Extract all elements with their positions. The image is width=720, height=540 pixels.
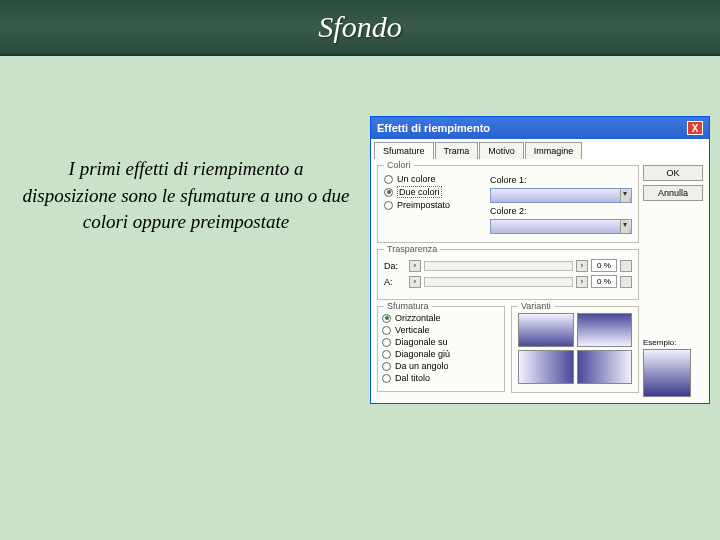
transparency-group-label: Trasparenza <box>384 244 440 254</box>
slide-description: I primi effetti di riempimento a disposi… <box>0 116 370 404</box>
color2-label: Colore 2: <box>490 206 534 216</box>
shading-group-label: Sfumatura <box>384 301 432 311</box>
tab-picture[interactable]: Immagine <box>525 142 583 159</box>
tab-texture[interactable]: Trama <box>435 142 479 159</box>
dialog-titlebar[interactable]: Effetti di riempimento X <box>371 117 709 139</box>
radio-two-colors[interactable]: Due colori <box>384 186 484 198</box>
slide-header: Sfondo <box>0 0 720 56</box>
fill-effects-dialog: Effetti di riempimento X Sfumature Trama… <box>370 116 710 404</box>
slide-content: I primi effetti di riempimento a disposi… <box>0 56 720 404</box>
sample-label: Esempio: <box>643 338 703 347</box>
color1-dropdown[interactable] <box>490 188 632 203</box>
from-spinner[interactable] <box>620 260 632 272</box>
radio-vertical[interactable]: Verticale <box>382 325 500 335</box>
dialog-title: Effetti di riempimento <box>377 122 490 134</box>
to-slider[interactable] <box>424 277 573 287</box>
radio-horizontal[interactable]: Orizzontale <box>382 313 500 323</box>
tab-pattern[interactable]: Motivo <box>479 142 524 159</box>
variants-group-label: Varianti <box>518 301 554 311</box>
arrow-left-icon[interactable]: ‹ <box>409 276 421 288</box>
variants-group: Varianti <box>511 306 639 393</box>
tab-gradient[interactable]: Sfumature <box>374 142 434 159</box>
ok-button[interactable]: OK <box>643 165 703 181</box>
from-pct[interactable]: 0 % <box>591 259 617 272</box>
dialog-tabs: Sfumature Trama Motivo Immagine <box>371 139 709 159</box>
to-pct[interactable]: 0 % <box>591 275 617 288</box>
radio-diagup[interactable]: Diagonale su <box>382 337 500 347</box>
radio-one-color[interactable]: Un colore <box>384 174 484 184</box>
transparency-group: Trasparenza Da: ‹ › 0 % A: ‹ › 0 <box>377 249 639 300</box>
variant-1[interactable] <box>518 313 574 347</box>
colors-group-label: Colori <box>384 160 414 170</box>
from-slider[interactable] <box>424 261 573 271</box>
close-icon[interactable]: X <box>687 121 703 135</box>
sample-preview <box>643 349 691 397</box>
slide-title: Sfondo <box>318 10 401 44</box>
dialog-right: OK Annulla Esempio: <box>643 165 703 397</box>
to-spinner[interactable] <box>620 276 632 288</box>
arrow-left-icon[interactable]: ‹ <box>409 260 421 272</box>
colors-group: Colori Un colore Due colori Preimpostato… <box>377 165 639 243</box>
color2-dropdown[interactable] <box>490 219 632 234</box>
radio-preset[interactable]: Preimpostato <box>384 200 484 210</box>
dialog-body: Colori Un colore Due colori Preimpostato… <box>371 159 709 403</box>
to-label: A: <box>384 277 406 287</box>
color1-label: Colore 1: <box>490 175 534 185</box>
arrow-right-icon[interactable]: › <box>576 260 588 272</box>
radio-diagdown[interactable]: Diagonale giù <box>382 349 500 359</box>
arrow-right-icon[interactable]: › <box>576 276 588 288</box>
shading-group: Sfumatura Orizzontale Verticale Diagonal… <box>377 306 505 392</box>
cancel-button[interactable]: Annulla <box>643 185 703 201</box>
variant-3[interactable] <box>518 350 574 384</box>
from-label: Da: <box>384 261 406 271</box>
radio-corner[interactable]: Da un angolo <box>382 361 500 371</box>
radio-title[interactable]: Dal titolo <box>382 373 500 383</box>
dialog-left: Colori Un colore Due colori Preimpostato… <box>377 165 639 397</box>
variant-4[interactable] <box>577 350 633 384</box>
sample-area: Esempio: <box>643 338 703 397</box>
variant-2[interactable] <box>577 313 633 347</box>
